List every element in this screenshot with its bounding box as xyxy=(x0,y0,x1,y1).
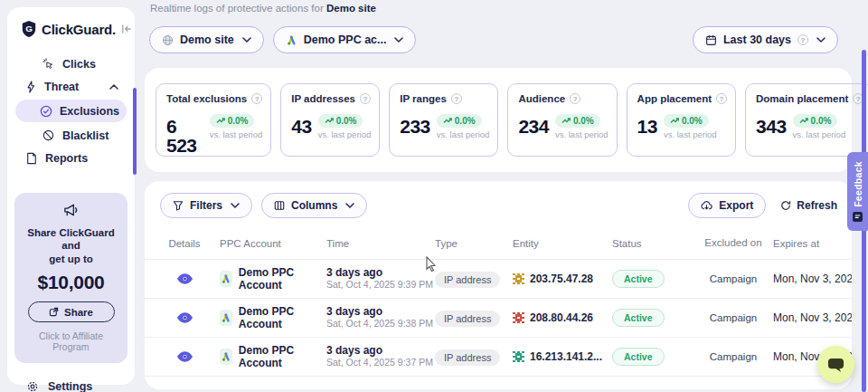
sidebar-item-blacklist[interactable]: Blacklist xyxy=(7,124,135,147)
page-subtitle: Realtime logs of protective actions for … xyxy=(150,3,376,14)
site-selector-dropdown[interactable]: Demo site xyxy=(149,26,264,53)
promo-text-line1: Share ClickGuard and xyxy=(22,226,120,253)
info-icon[interactable] xyxy=(360,93,371,104)
gear-icon xyxy=(26,380,39,392)
chat-bubble-icon xyxy=(826,357,845,373)
stat-card-ip-ranges: IP ranges 233 0.0% vs. last period xyxy=(389,83,498,157)
sidebar-item-reports[interactable]: Reports xyxy=(7,147,135,169)
stat-delta-badge: 0.0% xyxy=(555,114,600,128)
entity-cell: 203.75.47.28 xyxy=(503,272,602,285)
info-icon[interactable] xyxy=(451,93,462,104)
eye-icon xyxy=(177,351,193,362)
excluded-on-cell: Campaign xyxy=(703,312,763,323)
sidebar-collapse-icon[interactable] xyxy=(120,24,132,34)
expires-at-cell: Mon, Nov 3, 2025 xyxy=(763,272,852,285)
export-label: Export xyxy=(719,199,753,212)
stat-vs-label: vs. last period xyxy=(437,129,490,139)
feedback-widget-icon xyxy=(853,212,863,222)
stat-value: 343 xyxy=(756,117,787,136)
table-row[interactable]: Demo PPC Account 3 days ago Sat, Oct 4, … xyxy=(145,337,852,376)
time-relative: 3 days ago xyxy=(326,266,425,279)
info-icon[interactable] xyxy=(716,93,727,104)
stat-card-app-placement: App placement 13 0.0% vs. last period xyxy=(627,83,736,157)
table-row-partial[interactable]: 3 days ago xyxy=(145,376,852,389)
chevron-down-icon xyxy=(345,203,354,208)
col-header-type: Type xyxy=(425,238,503,249)
document-icon xyxy=(26,152,37,165)
stat-card-ip-addresses: IP addresses 43 0.0% vs. last period xyxy=(280,83,380,157)
sidebar-nav: Clicks Threat Exclusions Blacklist xyxy=(7,53,135,169)
info-icon[interactable] xyxy=(251,93,262,104)
stat-card-domain-placement: Domain placement 343 0.0% vs. last perio… xyxy=(745,83,868,157)
stat-delta-badge: 0.0% xyxy=(664,114,709,128)
sidebar-item-settings[interactable]: Settings xyxy=(7,380,135,392)
affiliate-link-text[interactable]: Click to Affiliate Program xyxy=(22,330,120,352)
app-title: ClickGuard. xyxy=(42,22,116,37)
stats-panel: Total exclusions 6 523 0.0% vs. last per… xyxy=(145,68,852,172)
refresh-button[interactable]: Refresh xyxy=(780,199,837,212)
sidebar-item-label: Exclusions xyxy=(60,105,119,118)
time-absolute: Sat, Oct 4, 2025 9:38 PM xyxy=(326,318,425,330)
stat-label: Audience xyxy=(518,93,565,104)
details-eye-button[interactable] xyxy=(177,312,193,323)
trend-up-icon xyxy=(799,118,808,124)
svg-text:G: G xyxy=(25,24,33,33)
ppc-account-selector-dropdown[interactable]: Demo PPC ac... xyxy=(273,26,417,53)
google-ads-icon xyxy=(220,271,232,287)
col-header-details: Details xyxy=(159,238,210,249)
entity-identicon xyxy=(513,273,524,285)
time-absolute: Sat, Oct 4, 2025 9:37 PM xyxy=(326,357,425,369)
type-chip: IP address xyxy=(435,272,500,288)
affiliate-promo-card[interactable]: Share ClickGuard and get up to $10,000 S… xyxy=(14,193,127,363)
columns-dropdown[interactable]: Columns xyxy=(261,193,367,218)
cursor-click-icon xyxy=(42,58,54,70)
stat-label: IP ranges xyxy=(400,93,447,104)
ppc-account-name: Demo PPC Account xyxy=(239,266,316,292)
stat-card-total-exclusions: Total exclusions 6 523 0.0% vs. last per… xyxy=(156,83,271,157)
time-cell: 3 days ago xyxy=(316,385,425,389)
stat-delta-badge: 0.0% xyxy=(210,114,255,128)
sidebar-scrollbar[interactable] xyxy=(133,88,137,175)
stat-value: 233 xyxy=(400,117,430,136)
trend-up-icon xyxy=(670,118,679,124)
sidebar-item-clicks[interactable]: Clicks xyxy=(7,53,135,75)
sidebar-item-exclusions[interactable]: Exclusions xyxy=(15,100,127,122)
share-button[interactable]: Share xyxy=(28,301,115,322)
stat-value: 43 xyxy=(291,117,311,136)
refresh-label: Refresh xyxy=(797,199,837,212)
details-eye-button[interactable] xyxy=(177,273,193,284)
export-download-icon xyxy=(701,200,712,211)
time-cell: 3 days ago Sat, Oct 4, 2025 9:37 PM xyxy=(316,344,425,369)
filters-dropdown[interactable]: Filters xyxy=(160,193,252,218)
sidebar-item-threat[interactable]: Threat xyxy=(7,75,135,98)
type-cell: IP address xyxy=(425,349,503,366)
calendar-icon xyxy=(705,34,717,46)
info-icon[interactable] xyxy=(570,93,580,104)
details-eye-button[interactable] xyxy=(177,351,193,362)
export-button[interactable]: Export xyxy=(688,193,766,218)
status-cell: Active xyxy=(602,309,703,327)
feedback-label: Feedback xyxy=(853,161,863,207)
time-relative: 3 days ago xyxy=(326,344,425,357)
share-button-label: Share xyxy=(64,307,93,318)
megaphone-icon xyxy=(62,203,80,217)
status-badge: Active xyxy=(612,309,665,327)
clickguard-shield-logo-icon: G xyxy=(21,20,37,38)
stat-value: 234 xyxy=(518,117,549,136)
type-cell: IP address xyxy=(425,271,503,288)
filters-label: Filters xyxy=(190,199,222,212)
entity-value: 208.80.44.26 xyxy=(530,311,593,324)
sidebar-item-label: Blacklist xyxy=(62,129,108,142)
date-range-dropdown[interactable]: Last 30 days xyxy=(693,26,838,53)
table-row[interactable]: Demo PPC Account 3 days ago Sat, Oct 4, … xyxy=(145,298,852,337)
trend-up-icon xyxy=(443,118,452,124)
chat-launcher-button[interactable] xyxy=(817,346,854,383)
chevron-down-icon xyxy=(231,203,240,208)
table-row[interactable]: Demo PPC Account 3 days ago Sat, Oct 4, … xyxy=(145,259,852,298)
status-cell: Active xyxy=(602,270,703,288)
stat-value: 13 xyxy=(637,117,657,136)
ppc-account-name: Demo PPC Account xyxy=(239,344,316,369)
check-circle-icon xyxy=(40,105,52,118)
stat-vs-label: vs. last period xyxy=(318,129,372,139)
feedback-tab[interactable]: Feedback xyxy=(847,152,868,231)
